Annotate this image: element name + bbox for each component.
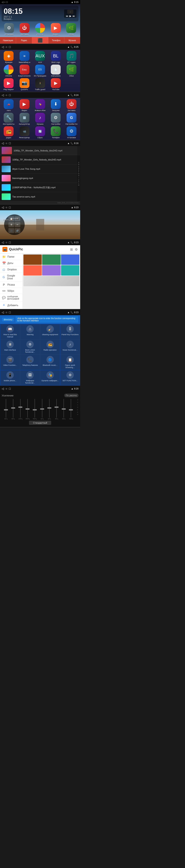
manual-item-cleaning[interactable]: 🧹 cleaning equipment — [40, 324, 60, 339]
back-btn-7[interactable]: ◁ — [2, 311, 4, 314]
alpha-scroll-bar[interactable]: A B C D E F G H I J K L M — [77, 146, 80, 202]
eq-toggle-btn[interactable]: По умолчо — [64, 394, 78, 397]
manual-item-warning[interactable]: ⚠ Warning — [20, 324, 40, 339]
manual-item-wallpaper[interactable]: 🖼 Wallpaper functional... — [20, 370, 40, 385]
gallery-cell-3[interactable] — [61, 254, 79, 265]
eq-thumb-10[interactable] — [69, 409, 73, 410]
home-btn-3[interactable]: ○ — [5, 93, 7, 97]
back-btn-4[interactable]: ◁ — [2, 142, 4, 145]
eq-thumb-6[interactable] — [40, 408, 44, 410]
camera-btn-sound[interactable]: 🔊 — [14, 228, 21, 233]
back-btn-5[interactable]: ◁ — [2, 206, 4, 209]
app-livewall[interactable]: 🎭 Живые обои — [33, 99, 47, 112]
eq-track-1[interactable] — [2, 399, 9, 417]
eq-track-8[interactable] — [53, 399, 60, 417]
eq-track-7[interactable] — [46, 399, 52, 417]
play-icon[interactable]: ▶ — [70, 14, 71, 18]
eq-track-3[interactable] — [17, 399, 24, 417]
app-registrator[interactable]: 📹 Регистратор — [17, 126, 32, 139]
app-trafficg[interactable]: 🚦 Traffic guard — [33, 78, 47, 91]
eq-thumb-8[interactable] — [54, 406, 59, 408]
fn-radio[interactable]: Радио — [16, 37, 32, 43]
app-ustanovki[interactable]: ⚙ Установки — [2, 23, 16, 35]
app-chrome-drawer[interactable]: Chrome — [1, 65, 16, 77]
app-btaudio[interactable]: 🎵 BT Аудио — [64, 51, 79, 63]
app-chrome-home[interactable]: Chrome — [33, 23, 47, 35]
media-item-3[interactable]: bianxingjingang.mp4 — [0, 174, 80, 183]
sidebar-item-add[interactable]: + Добавить — [0, 302, 23, 309]
app-calc[interactable]: 🔢 Калькулятор — [17, 113, 32, 125]
manual-item-figure[interactable]: 📋 Figure quick browsing... — [60, 355, 80, 370]
recents-btn-2[interactable]: □ — [9, 45, 10, 49]
fn-navigation[interactable]: Навигация — [0, 37, 16, 43]
fn-muzyka[interactable]: Музыка — [64, 37, 80, 43]
eq-track-4[interactable] — [24, 399, 31, 417]
manual-item-music[interactable]: ♪ Music functional... — [60, 339, 80, 355]
gallery-cell-6[interactable] — [61, 265, 79, 276]
app-esprovodn[interactable]: ES ES Проводник — [33, 65, 47, 77]
eq-thumb-5[interactable] — [33, 409, 37, 410]
app-zastavka[interactable]: ⏻ Заставка — [17, 23, 32, 35]
prev-icon[interactable]: ⏮ — [66, 14, 68, 18]
eq-thumb-1[interactable] — [4, 409, 8, 410]
eq-track-10[interactable] — [68, 399, 74, 417]
app-music[interactable]: ♪ Музыка — [33, 113, 47, 125]
eq-thumb-9[interactable] — [62, 408, 66, 410]
eq-track-5[interactable] — [32, 399, 38, 417]
recents-btn-8[interactable]: □ — [9, 387, 10, 390]
camera-btn-video[interactable]: 🎥 — [8, 228, 14, 233]
eq-thumb-4[interactable] — [26, 408, 30, 410]
media-item-1[interactable]: 1080p_TP_Wonder_Girls_Nobody_kbs2HD.mp4 — [0, 155, 80, 164]
sidebar-item-dates[interactable]: 📅 Даты — [0, 260, 23, 267]
home-btn-4[interactable]: ○ — [5, 142, 7, 145]
home-btn-5[interactable]: ○ — [5, 206, 7, 209]
camera-btn-settings[interactable]: ⚙ — [8, 222, 14, 227]
manual-item-how-to-read[interactable]: 📖 How to read this manual — [0, 324, 20, 339]
sidebar-item-messages[interactable]: 💬 сообщения фотографий — [0, 294, 23, 302]
sidebar-item-folders[interactable]: 📁 Папки — [0, 254, 23, 260]
manual-item-dynamic-wall[interactable]: 🎭 Dynamic wallpaper... — [40, 370, 60, 385]
manual-item-video[interactable]: 🎬 Video Function... — [0, 355, 20, 370]
app-downloads[interactable]: ⬇ Загрузки — [48, 99, 63, 112]
home-btn-8[interactable]: ○ — [5, 387, 7, 390]
recents-btn-5[interactable]: □ — [9, 206, 10, 209]
recents-btn-4[interactable]: □ — [9, 142, 10, 145]
camera-btn-back[interactable]: ↩ — [14, 222, 21, 227]
quickpic-settings-icon[interactable]: ⚙ — [75, 248, 78, 251]
fn-telefon[interactable]: Телефон — [48, 37, 64, 43]
eq-track-9[interactable] — [61, 399, 67, 417]
app-easyconn[interactable]: Easy EasyConnectio — [17, 65, 32, 77]
app-ustanovki-drawer[interactable]: ⚙ Установки — [64, 126, 79, 139]
back-icon[interactable]: ◁ — [2, 1, 3, 3]
manual-item-bluetooth[interactable]: 🔵 Bluetooth music... — [40, 355, 60, 370]
recents-btn-3[interactable]: □ — [9, 93, 10, 97]
manual-dir-badge[interactable]: directory — [2, 318, 14, 321]
app-reset[interactable]: 🔄 Сброс — [33, 126, 47, 139]
app-quickpic-home[interactable]: 📷 QuickPic — [17, 78, 32, 91]
app-instr[interactable]: 📄 Instructions — [48, 65, 63, 77]
media-item-2[interactable]: Arjun I Love This Song.mp4 — [0, 164, 80, 174]
sidebar-item-gdrive[interactable]: G Google Drive — [0, 273, 23, 282]
fn-center[interactable]: ⬛ — [32, 37, 48, 43]
sidebar-item-dropbox[interactable]: ◻ Dropbox — [0, 267, 23, 273]
app-radio[interactable]: 📻 радио — [1, 126, 16, 139]
app-video-drawer[interactable]: ▶ Видео — [17, 99, 32, 112]
media-item-4[interactable]: [1080P.MP4]A Pink - NoNoNo(官方版).mp4 — [0, 183, 80, 192]
eq-thumb-7[interactable] — [47, 407, 51, 409]
manual-item-mobile[interactable]: 📱 Mobile phone... — [0, 370, 20, 385]
app-bootlogo[interactable]: BL Boot Logo — [48, 51, 63, 63]
manual-item-bootlogo[interactable]: ⚙ Boot LOGO functional... — [20, 339, 40, 355]
gallery-cell-2[interactable] — [42, 254, 61, 265]
back-btn-2[interactable]: ◁ — [2, 45, 4, 49]
app-settings[interactable]: ⚙ Настройки — [48, 113, 63, 125]
eq-thumb-2[interactable] — [11, 407, 15, 409]
app-playmarket[interactable]: ▶ Play Маркет — [1, 78, 16, 91]
manual-item-panel-key[interactable]: 🎛 Panel Key Functions — [60, 324, 80, 339]
quickpic-grid-icon[interactable]: ⊞ — [70, 248, 73, 251]
sidebar-item-500px[interactable]: 500 500px — [0, 288, 23, 294]
app-funktsii[interactable]: ◈ Функции — [1, 51, 16, 63]
app-screensaver[interactable]: ⏻ Заставка — [64, 99, 79, 112]
home-btn-2[interactable]: ○ — [5, 45, 7, 49]
gallery-cell-1[interactable] — [24, 254, 42, 265]
app-oboi-home[interactable]: 🌿 Обои — [64, 23, 78, 35]
